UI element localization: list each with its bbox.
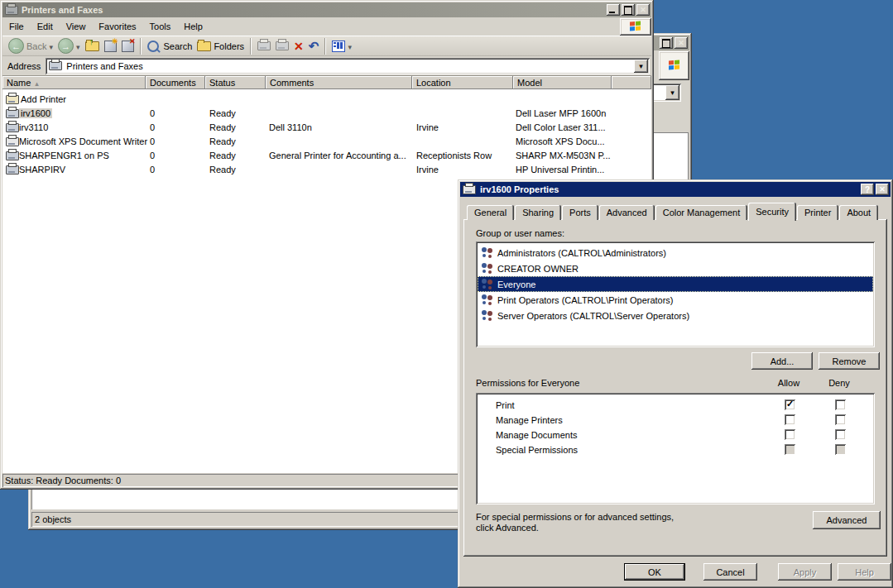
list-row-xps-writer[interactable]: Microsoft XPS Document Writer 0 Ready Mi… <box>2 135 651 149</box>
row-documents: 0 <box>150 136 155 146</box>
permission-row-print[interactable]: Print <box>478 398 873 413</box>
up-button[interactable]: ↑ <box>83 41 102 51</box>
remove-button[interactable]: Remove <box>819 352 880 370</box>
advanced-button[interactable]: Advanced <box>813 511 881 529</box>
forward-button[interactable]: → <box>55 38 83 54</box>
allow-checkbox-manage-documents[interactable] <box>785 429 795 440</box>
main-status-text: Status: Ready Documents: 0 <box>5 476 121 485</box>
add-button[interactable]: Add... <box>751 352 813 370</box>
printer-icon <box>276 41 289 50</box>
tab-advanced[interactable]: Advanced <box>599 205 655 220</box>
permission-row-manage-documents[interactable]: Manage Documents <box>478 428 873 442</box>
permission-row-special-permissions[interactable]: Special Permissions <box>478 442 873 457</box>
package-add-button[interactable]: ✳ <box>102 41 119 52</box>
search-icon <box>147 41 159 52</box>
menu-favorites[interactable]: Favorites <box>92 20 142 33</box>
group-row-server-operators[interactable]: Server Operators (CALTROL\Server Operato… <box>478 308 873 323</box>
views-icon <box>332 41 345 52</box>
maximize-icon[interactable] <box>622 4 635 16</box>
column-header-label: Model <box>517 78 542 88</box>
list-row-irv1600[interactable]: irv1600 0 Ready Dell Laser MFP 1600n <box>2 107 651 121</box>
tab-about[interactable]: About <box>839 205 878 220</box>
search-button[interactable]: Search <box>145 41 195 52</box>
help-icon[interactable] <box>861 184 874 195</box>
back-button[interactable]: ← Back <box>6 38 55 54</box>
minimize-icon[interactable] <box>607 4 620 16</box>
deny-checkbox-print[interactable] <box>835 399 846 410</box>
row-documents: 0 <box>150 165 155 174</box>
close-icon[interactable] <box>675 37 688 49</box>
printer-icon <box>6 123 19 132</box>
printer-tool-button-2[interactable] <box>273 41 291 50</box>
allow-checkbox-print[interactable] <box>785 399 795 410</box>
ok-button[interactable]: OK <box>624 563 685 581</box>
undo-button[interactable]: ↶ <box>306 39 322 54</box>
column-header-model[interactable]: Model <box>513 76 612 89</box>
group-row-everyone[interactable]: Everyone <box>478 276 873 292</box>
close-icon[interactable] <box>876 184 889 195</box>
list-row-add-printer[interactable]: Add Printer <box>2 93 651 107</box>
group-row-print-operators[interactable]: Print Operators (CALTROL\Print Operators… <box>478 292 873 308</box>
tab-ports[interactable]: Ports <box>562 205 598 220</box>
column-header-documents[interactable]: Documents <box>146 76 205 89</box>
security-tab-page: Group or user names: Administrators (CAL… <box>463 219 887 557</box>
main-titlebar[interactable]: Printers and Faxes <box>2 2 651 17</box>
row-comments: Dell 3110n <box>269 122 312 132</box>
group-row-administrators[interactable]: Administrators (CALTROL\Administrators) <box>478 245 873 261</box>
views-button[interactable] <box>329 41 354 52</box>
tab-sharing[interactable]: Sharing <box>515 205 561 220</box>
deny-checkbox-manage-documents[interactable] <box>835 429 846 440</box>
back-dropdown-icon[interactable] <box>49 41 53 51</box>
row-name: Add Printer <box>21 94 66 104</box>
dialog-titlebar[interactable]: irv1600 Properties <box>460 182 891 197</box>
permissions-list[interactable]: Print Manage Printers Manage Documents S… <box>476 393 875 504</box>
users-icon <box>481 310 494 321</box>
tab-general[interactable]: General <box>467 205 514 220</box>
printer-icon <box>5 6 18 15</box>
row-status: Ready <box>209 122 236 132</box>
row-status: Ready <box>209 108 236 118</box>
dropdown-icon[interactable] <box>634 60 648 73</box>
dropdown-icon[interactable] <box>665 85 679 100</box>
column-header-status[interactable]: Status <box>205 76 266 89</box>
printer-tool-button-1[interactable] <box>255 41 273 50</box>
folders-button[interactable]: Folders <box>194 41 247 51</box>
column-header-name[interactable]: Name <box>2 76 146 89</box>
package-remove-button[interactable]: ✕ <box>119 41 137 52</box>
list-row-sharpirv[interactable]: SHARPIRV 0 Ready Irvine HP Universal Pri… <box>2 163 651 177</box>
cancel-button-label: Cancel <box>716 567 744 577</box>
list-row-sharpengr1[interactable]: SHARPENGR1 on PS 0 Ready General Printer… <box>2 149 651 163</box>
forward-dropdown-icon[interactable] <box>76 41 80 51</box>
advanced-note: For special permissions or for advanced … <box>476 512 674 533</box>
menu-tools[interactable]: Tools <box>143 20 178 33</box>
tab-color-management[interactable]: Color Management <box>655 205 748 220</box>
allow-column-header: Allow <box>766 378 812 388</box>
column-header-label: Comments <box>270 78 314 88</box>
menu-edit[interactable]: Edit <box>31 20 60 33</box>
list-row-irv3110[interactable]: irv3110 0 Ready Dell 3110n Irvine Dell C… <box>2 121 651 135</box>
help-button[interactable]: Help <box>838 563 891 581</box>
group-list[interactable]: Administrators (CALTROL\Administrators) … <box>476 241 875 347</box>
maximize-icon[interactable] <box>660 37 673 49</box>
menu-help[interactable]: Help <box>177 20 209 33</box>
views-dropdown-icon[interactable] <box>348 41 352 51</box>
column-header-location[interactable]: Location <box>412 76 513 89</box>
tab-security[interactable]: Security <box>748 203 796 221</box>
advanced-note-line1: For special permissions or for advanced … <box>476 512 674 523</box>
column-header-filler <box>612 76 651 89</box>
permission-row-manage-printers[interactable]: Manage Printers <box>478 413 873 428</box>
close-icon[interactable] <box>636 4 650 16</box>
toolbar: ← Back → ↑ ✳ ✕ Search <box>2 36 651 56</box>
group-row-creator-owner[interactable]: CREATOR OWNER <box>478 261 873 276</box>
add-button-label: Add... <box>771 356 795 366</box>
tab-printer[interactable]: Printer <box>797 205 838 220</box>
menu-file[interactable]: File <box>2 20 31 33</box>
menu-view[interactable]: View <box>60 20 93 33</box>
column-header-comments[interactable]: Comments <box>266 76 412 89</box>
delete-button[interactable]: ✕ <box>291 40 306 53</box>
allow-checkbox-manage-printers[interactable] <box>785 414 795 425</box>
deny-checkbox-manage-printers[interactable] <box>835 414 846 425</box>
row-location: Irvine <box>416 165 439 174</box>
cancel-button[interactable]: Cancel <box>703 563 757 581</box>
address-combo[interactable]: Printers and Faxes <box>46 58 650 74</box>
